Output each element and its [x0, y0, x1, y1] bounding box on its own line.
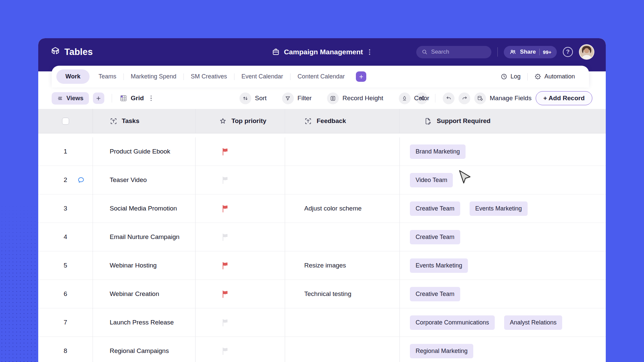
flag-icon[interactable] — [221, 176, 230, 185]
column-header-support-required[interactable]: Support Required — [399, 109, 606, 133]
color-drop-icon — [399, 93, 411, 104]
feedback-cell[interactable]: Technical testing — [285, 280, 399, 308]
support-cell[interactable]: Brand Marketing — [399, 137, 606, 166]
task-cell[interactable]: Teaser Video — [93, 166, 195, 194]
task-cell[interactable]: Webinar Hosting — [93, 251, 195, 280]
views-button[interactable]: Views — [52, 92, 89, 105]
record-height-button[interactable]: Record Height — [327, 93, 383, 104]
page-title: Campaign Management — [284, 48, 363, 56]
support-tag: Brand Marketing — [410, 144, 466, 159]
help-button[interactable]: ? — [563, 47, 573, 57]
flag-icon[interactable] — [221, 290, 230, 299]
share-button[interactable]: Share 99+ — [504, 46, 557, 58]
log-button[interactable]: Log — [494, 73, 527, 80]
tables-logo-icon — [50, 46, 61, 58]
column-header-top-priority[interactable]: Top priority — [195, 109, 285, 133]
current-view[interactable]: Grid — [119, 94, 144, 102]
row-number: 2 — [38, 166, 93, 194]
document-pen-icon — [424, 117, 432, 125]
task-cell[interactable]: Launch Press Release — [93, 308, 195, 337]
feedback-cell[interactable] — [285, 308, 399, 337]
comment-icon[interactable] — [77, 176, 85, 184]
support-tag: Regional Marketing — [410, 344, 473, 358]
flag-icon[interactable] — [221, 347, 230, 356]
flag-icon[interactable] — [221, 204, 230, 213]
support-cell[interactable]: Creative Team — [399, 280, 606, 308]
redo-icon[interactable] — [459, 93, 470, 104]
priority-cell[interactable] — [195, 308, 285, 337]
row-number: 3 — [38, 194, 93, 223]
support-cell[interactable]: Regional Marketing — [399, 337, 606, 362]
header-divider — [497, 47, 498, 57]
task-cell[interactable]: Regional Campaigns — [93, 337, 195, 362]
priority-cell[interactable] — [195, 194, 285, 223]
select-all-checkbox[interactable] — [62, 118, 69, 125]
task-cell[interactable]: Webinar Creation — [93, 280, 195, 308]
support-cell[interactable]: Corporate CommunicationsAnalyst Relation… — [399, 308, 606, 337]
task-cell[interactable]: Product Guide Ebook — [93, 137, 195, 166]
title-menu-icon[interactable] — [367, 48, 372, 56]
flag-icon[interactable] — [221, 318, 230, 327]
search-input[interactable] — [431, 49, 481, 55]
flag-icon[interactable] — [221, 147, 230, 156]
task-cell[interactable]: Email Nurture Campaign — [93, 223, 195, 251]
row-number: 6 — [38, 280, 93, 308]
priority-cell[interactable] — [195, 280, 285, 308]
filter-button[interactable]: Filter — [282, 93, 312, 104]
add-tab-button[interactable] — [356, 71, 366, 82]
row-number: 8 — [38, 337, 93, 362]
tab-teams[interactable]: Teams — [92, 73, 123, 80]
feedback-cell[interactable] — [285, 337, 399, 362]
support-cell[interactable]: Creative TeamEvents Marketing — [399, 194, 606, 223]
star-icon — [219, 117, 227, 125]
priority-cell[interactable] — [195, 137, 285, 166]
support-cell[interactable]: Creative Team — [399, 223, 606, 251]
avatar[interactable] — [579, 44, 594, 60]
column-header-tasks[interactable]: Tasks — [93, 109, 195, 133]
sort-button[interactable]: Sort — [239, 93, 267, 104]
priority-cell[interactable] — [195, 251, 285, 280]
search-box[interactable] — [416, 46, 491, 58]
add-record-button[interactable]: + Add Record — [536, 91, 592, 105]
clock-history-icon — [500, 73, 507, 80]
row-number: 4 — [38, 223, 93, 251]
support-tag: Analyst Relations — [504, 315, 562, 330]
tab-content-calendar[interactable]: Content Calendar — [290, 73, 352, 80]
record-height-icon — [327, 93, 339, 104]
support-tag: Creative Team — [410, 287, 460, 301]
view-options-icon[interactable] — [148, 94, 155, 103]
add-view-button[interactable] — [93, 93, 104, 104]
priority-cell[interactable] — [195, 166, 285, 194]
support-cell[interactable]: Video Team — [399, 166, 606, 194]
priority-cell[interactable] — [195, 223, 285, 251]
automation-gear-icon — [534, 73, 541, 80]
feedback-cell[interactable]: Adjust color scheme — [285, 194, 399, 223]
tab-marketing-spend[interactable]: Marketing Spend — [124, 73, 183, 80]
color-button[interactable]: Color — [399, 93, 429, 104]
search-icon — [422, 49, 428, 55]
undo-icon[interactable] — [443, 93, 454, 104]
app-name: Tables — [64, 47, 93, 57]
flag-icon[interactable] — [221, 233, 230, 242]
briefcase-icon — [272, 48, 280, 56]
help-label: ? — [566, 49, 570, 55]
column-header-feedback[interactable]: Feedback — [285, 109, 399, 133]
grid-toolbar: Views Grid — [38, 87, 606, 109]
feedback-cell[interactable]: Resize images — [285, 251, 399, 280]
support-cell[interactable]: Events Marketing — [399, 251, 606, 280]
feedback-cell[interactable] — [285, 166, 399, 194]
feedback-cell[interactable] — [285, 223, 399, 251]
tab-work[interactable]: Work — [56, 69, 90, 84]
tab-sm-creatives[interactable]: SM Creatives — [184, 73, 234, 80]
priority-cell[interactable] — [195, 337, 285, 362]
flag-icon[interactable] — [221, 261, 230, 270]
task-cell[interactable]: Social Media Promotion — [93, 194, 195, 223]
support-tag: Creative Team — [410, 230, 460, 244]
automation-button[interactable]: Automation — [528, 73, 582, 80]
grid-table: Tasks Top priority Feedback — [38, 109, 606, 362]
document-title-group[interactable]: Campaign Management — [272, 48, 372, 56]
feedback-cell[interactable] — [285, 137, 399, 166]
manage-fields-button[interactable]: Manage Fields — [474, 93, 532, 104]
tab-event-calendar[interactable]: Event Calendar — [234, 73, 290, 80]
brand[interactable]: Tables — [50, 46, 93, 58]
